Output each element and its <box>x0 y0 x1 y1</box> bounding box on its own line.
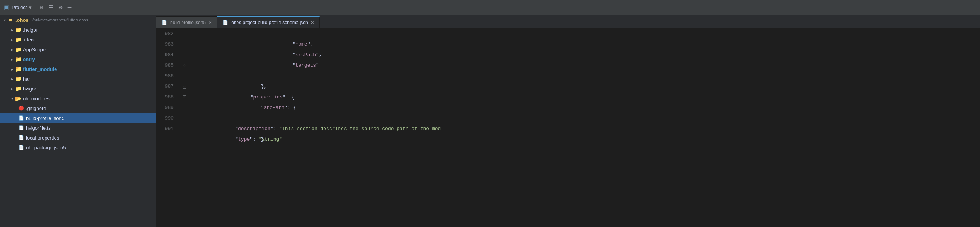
hvigor2-arrow <box>9 86 15 92</box>
code-line-987: 987 ◇ "properties": { <box>156 82 980 92</box>
minimize-icon[interactable]: — <box>68 4 72 11</box>
line-number-987: 987 <box>156 82 179 92</box>
hvigor-folder-icon: 📁 <box>15 27 21 33</box>
sidebar-item-oh-package[interactable]: 📄 oh_package.json5 <box>0 142 156 152</box>
har-folder-icon: 📁 <box>15 76 21 82</box>
main-layout: ■ .ohos ~/hui/mcs-marshes-flutter/.ohos … <box>0 15 980 227</box>
tab-build-profile-icon: 📄 <box>162 20 167 25</box>
root-label: .ohos <box>16 18 29 23</box>
oh-package-label: oh_package.json5 <box>26 145 66 150</box>
gutter-991 <box>179 124 190 134</box>
settings-icon[interactable]: ⚙ <box>59 4 62 11</box>
hvigor-arrow <box>9 27 15 33</box>
har-arrow <box>9 76 15 82</box>
title-bar: ▣ Project ▾ ⊕ ☰ ⚙ — <box>0 0 980 15</box>
sidebar-item-hvigor2[interactable]: 📁 hvigor <box>0 84 156 94</box>
appscope-folder-icon: 📁 <box>15 46 21 53</box>
project-dropdown-icon: ▾ <box>29 5 32 10</box>
sidebar-item-har[interactable]: 📁 har <box>0 74 156 84</box>
oh-modules-arrow <box>9 95 15 101</box>
flutter-module-label: flutter_module <box>23 66 57 72</box>
editor-area: 📄 build-profile.json5 × 📄 ohos-project-b… <box>156 15 980 227</box>
hvigorfile-icon: 📄 <box>18 125 24 131</box>
code-content-988: "srcPath": { <box>190 92 980 102</box>
fold-988[interactable]: ◇ <box>183 95 186 99</box>
entry-folder-icon: 📁 <box>15 56 21 62</box>
gutter-986 <box>179 71 190 82</box>
tab-ohos-schema-label: ohos-project-build-profile-schema.json <box>231 20 308 25</box>
sidebar-item-build-profile[interactable]: 📄 build-profile.json5 <box>0 113 156 123</box>
project-folder-icon: ▣ <box>4 4 10 11</box>
code-line-983: 983 "srcPath", <box>156 39 980 50</box>
list-icon[interactable]: ☰ <box>48 4 54 11</box>
code-content-987: "properties": { <box>190 82 980 92</box>
fold-985[interactable]: ◇ <box>183 64 186 67</box>
idea-label: .idea <box>23 37 33 43</box>
tab-ohos-schema[interactable]: 📄 ohos-project-build-profile-schema.json… <box>217 16 320 28</box>
sidebar-item-oh-modules[interactable]: 📂 oh_modules <box>0 94 156 103</box>
code-line-989: 989 "description": "This section describ… <box>156 102 980 113</box>
code-line-991: 991 }, <box>156 124 980 134</box>
code-content-986: }, <box>190 71 980 82</box>
sidebar-item-flutter-module[interactable]: 📁 flutter_module <box>0 64 156 74</box>
code-editor[interactable]: 982 "name", 983 "srcPath", 984 <box>156 29 980 227</box>
project-label: Project <box>12 5 27 10</box>
code-content-982: "name", <box>190 29 980 39</box>
appscope-arrow <box>9 46 15 53</box>
oh-modules-label: oh_modules <box>23 96 50 101</box>
entry-arrow <box>9 56 15 62</box>
code-content-985: ] <box>190 60 980 71</box>
sidebar-item-hvigor[interactable]: 📁 .hvigor <box>0 25 156 35</box>
gitignore-label: .gitignore <box>26 106 46 111</box>
sidebar: ■ .ohos ~/hui/mcs-marshes-flutter/.ohos … <box>0 15 156 227</box>
line-number-982: 982 <box>156 29 179 39</box>
code-line-986: 986 }, <box>156 71 980 82</box>
fold-987[interactable]: ◇ <box>183 85 186 89</box>
root-path: ~/hui/mcs-marshes-flutter/.ohos <box>30 18 88 22</box>
tab-build-profile[interactable]: 📄 build-profile.json5 × <box>156 16 217 28</box>
sidebar-item-appscope[interactable]: 📁 AppScope <box>0 45 156 54</box>
gutter-990 <box>179 113 190 124</box>
gutter-985: ◇ <box>179 60 190 71</box>
sidebar-item-local-properties[interactable]: 📄 local.properties <box>0 133 156 142</box>
hvigor2-label: hvigor <box>23 86 36 92</box>
line-number-984: 984 <box>156 50 179 60</box>
tab-build-profile-close[interactable]: × <box>208 20 212 25</box>
tab-ohos-schema-close[interactable]: × <box>311 20 314 25</box>
har-label: har <box>23 76 30 82</box>
line-number-985: 985 <box>156 60 179 71</box>
hvigor-label: .hvigor <box>23 27 38 33</box>
oh-modules-folder-icon: 📂 <box>15 95 21 101</box>
line-number-988: 988 <box>156 92 179 102</box>
sidebar-root[interactable]: ■ .ohos ~/hui/mcs-marshes-flutter/.ohos <box>0 15 156 25</box>
appscope-label: AppScope <box>23 47 46 53</box>
hvigorfile-label: hvigorfile.ts <box>26 125 51 131</box>
sidebar-item-idea[interactable]: 📁 .idea <box>0 35 156 45</box>
gutter-982 <box>179 29 190 39</box>
gutter-983 <box>179 39 190 50</box>
code-line-988: 988 ◇ "srcPath": { <box>156 92 980 102</box>
code-content-989: "description": "This section describes t… <box>190 102 980 113</box>
sidebar-item-entry[interactable]: 📁 entry <box>0 54 156 64</box>
add-icon[interactable]: ⊕ <box>39 4 43 11</box>
oh-package-icon: 📄 <box>18 144 24 150</box>
build-profile-label: build-profile.json5 <box>26 115 64 121</box>
code-content-984: "targets" <box>190 50 980 60</box>
code-content-983: "srcPath", <box>190 39 980 50</box>
tab-build-profile-label: build-profile.json5 <box>170 20 206 25</box>
sidebar-item-gitignore[interactable]: 🔴 .gitignore <box>0 103 156 113</box>
code-line-982: 982 "name", <box>156 29 980 39</box>
project-menu[interactable]: ▣ Project ▾ <box>4 4 32 11</box>
root-arrow <box>2 17 8 23</box>
sidebar-item-hvigorfile[interactable]: 📄 hvigorfile.ts <box>0 123 156 133</box>
local-properties-icon: 📄 <box>18 134 24 141</box>
flutter-module-folder-icon: 📁 <box>15 66 21 72</box>
title-icons: ⊕ ☰ ⚙ — <box>39 4 71 11</box>
entry-label: entry <box>23 57 35 62</box>
gutter-984 <box>179 50 190 60</box>
gutter-987: ◇ <box>179 82 190 92</box>
tab-ohos-schema-icon: 📄 <box>223 20 228 25</box>
line-number-983: 983 <box>156 39 179 50</box>
idea-folder-icon: 📁 <box>15 37 21 43</box>
gitignore-icon: 🔴 <box>18 105 24 111</box>
